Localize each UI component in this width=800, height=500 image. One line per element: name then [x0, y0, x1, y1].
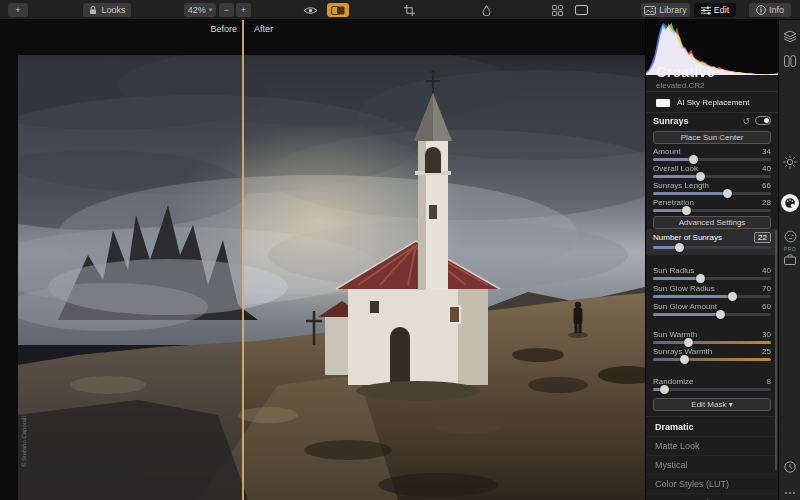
slider-value: 34	[762, 147, 771, 156]
ai-sky-replacement-row[interactable]: AI Sky Replacement	[646, 94, 778, 111]
face-icon	[784, 230, 797, 243]
slider-thumb[interactable]	[680, 355, 689, 364]
slider-track[interactable]	[653, 313, 771, 316]
slider-value: 60	[762, 302, 771, 311]
slider-fill	[653, 192, 727, 195]
slider-track[interactable]	[653, 277, 771, 280]
slider-track[interactable]	[653, 246, 771, 249]
eraser-button[interactable]	[476, 3, 496, 17]
slider-value: 22	[754, 232, 771, 243]
compare-button[interactable]	[327, 3, 349, 17]
history-button[interactable]	[779, 461, 800, 473]
slider-track[interactable]	[653, 388, 771, 391]
slider-thumb[interactable]	[675, 243, 684, 252]
reset-icon[interactable]: ↺	[742, 116, 750, 126]
slider-fill	[653, 295, 732, 298]
droplet-icon	[482, 5, 491, 16]
tab-library[interactable]: Library	[641, 3, 690, 17]
info-label: Info	[769, 5, 784, 15]
section-label: Dramatic	[655, 422, 694, 432]
panel-scrollbar[interactable]	[775, 230, 777, 470]
slider-row: Sun Glow Amount60	[646, 301, 778, 319]
slider-fill	[653, 158, 693, 161]
slider-track[interactable]	[653, 192, 771, 195]
photo-icon	[644, 6, 656, 15]
slider-fill	[653, 277, 700, 280]
before-label: Before	[203, 24, 237, 34]
section-dramatic[interactable]: Dramatic	[646, 418, 778, 437]
professional-tool-button[interactable]	[779, 254, 800, 265]
top-toolbar: + Looks 42% ▾ − +	[0, 0, 800, 20]
luminar-app: + Looks 42% ▾ − +	[0, 0, 800, 500]
ai-sky-label: AI Sky Replacement	[677, 98, 749, 107]
slider-row: Sunrays Length66	[646, 180, 778, 197]
slider-label: Sun Radius	[653, 266, 694, 275]
slider-thumb[interactable]	[728, 292, 737, 301]
palette-icon	[784, 197, 796, 209]
section-label: Matte Look	[655, 441, 700, 451]
pro-label: PRO	[779, 246, 800, 252]
briefcase-icon	[784, 254, 796, 265]
slider-value: 40	[762, 164, 771, 173]
single-view-button[interactable]	[571, 3, 591, 17]
creative-tool-button[interactable]	[779, 197, 800, 209]
gallery-view-button[interactable]	[547, 3, 567, 17]
section-label: Color Styles (LUT)	[655, 479, 729, 489]
slider-track[interactable]	[653, 295, 771, 298]
crop-button[interactable]	[399, 3, 419, 17]
layers-button[interactable]	[779, 30, 800, 42]
tab-edit[interactable]: Edit	[694, 3, 736, 17]
ai-sky-swatch	[656, 99, 670, 107]
slider-fill	[653, 175, 700, 178]
slider-row: Overall Look40	[646, 163, 778, 180]
portrait-tool-button[interactable]	[779, 230, 800, 243]
section-mystical[interactable]: Mystical	[646, 456, 778, 475]
edit-mask-button[interactable]: Edit Mask ▾	[653, 398, 771, 411]
add-button[interactable]: +	[8, 3, 28, 17]
slider-thumb[interactable]	[660, 385, 669, 394]
compare-panel-button[interactable]	[779, 55, 800, 67]
slider-thumb[interactable]	[716, 310, 725, 319]
crop-icon	[404, 5, 415, 16]
place-sun-center-button[interactable]: Place Sun Center	[653, 131, 771, 144]
after-label: After	[254, 24, 273, 34]
slider-thumb[interactable]	[696, 274, 705, 283]
section-texture-overlay[interactable]: Texture Overlay	[646, 494, 778, 500]
frame-icon	[575, 5, 588, 15]
lock-icon	[88, 5, 98, 15]
zoom-select[interactable]: 42% ▾	[184, 3, 216, 17]
section-color-styles-lut[interactable]: Color Styles (LUT)	[646, 475, 778, 494]
photo[interactable]: © Stefano Caporali	[18, 55, 645, 500]
sunrays-toggle[interactable]	[755, 116, 771, 125]
looks-label: Looks	[101, 5, 125, 15]
plus-icon: +	[241, 5, 246, 15]
image-canvas[interactable]: Before After	[0, 20, 645, 500]
slider-track[interactable]	[653, 175, 771, 178]
slider-track[interactable]	[653, 358, 771, 361]
zoom-in-button[interactable]: +	[236, 3, 251, 17]
slider-value: 8	[767, 377, 771, 386]
eye-icon	[303, 6, 318, 15]
slider-track[interactable]	[653, 209, 771, 212]
slider-row: Sun Glow Radius70	[646, 283, 778, 301]
advanced-settings-button[interactable]: Advanced Settings	[653, 216, 771, 229]
slider-label: Overall Look	[653, 164, 698, 173]
zoom-out-button[interactable]: −	[219, 3, 234, 17]
slider-label: Penetration	[653, 198, 694, 207]
tab-info[interactable]: Info	[749, 3, 791, 17]
essentials-tool-button[interactable]	[779, 155, 800, 169]
looks-button[interactable]: Looks	[83, 3, 131, 17]
slider-track[interactable]	[653, 158, 771, 161]
preview-eye-button[interactable]	[299, 3, 321, 17]
slider-label: Randomize	[653, 377, 693, 386]
before-after-icon	[331, 6, 345, 15]
slider-value: 40	[762, 266, 771, 275]
layers-icon	[783, 30, 797, 42]
slider-row: Sun Warmth30	[646, 329, 778, 346]
slider-track[interactable]	[653, 341, 771, 344]
slider-thumb[interactable]	[682, 206, 691, 215]
before-after-divider[interactable]	[242, 20, 244, 500]
section-matte-look[interactable]: Matte Look	[646, 437, 778, 456]
clock-icon	[784, 461, 796, 473]
more-options-button[interactable]	[779, 490, 800, 496]
